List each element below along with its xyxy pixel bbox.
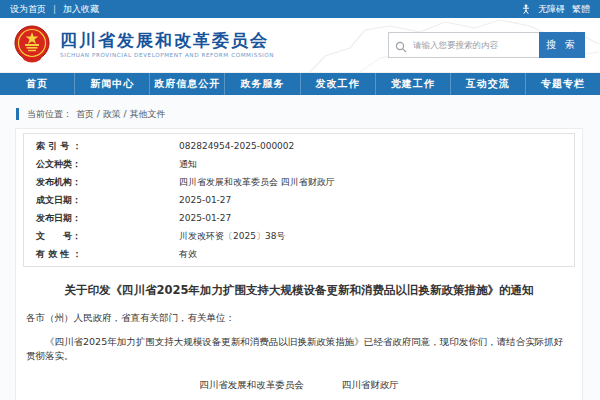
nav-item-special-topics[interactable]: 专题专栏 [526,73,600,95]
top-utility-bar: 设为首页 | 加入收藏 无障碍 繁體 [0,0,600,18]
meta-value: 川发改环资〔2025〕38号 [179,230,285,243]
meta-row-document-type: 公文种类： 通知 [24,155,574,173]
document-meta-table: 索 引 号 ： 082824954-2025-000002 公文种类： 通知 发… [23,133,575,267]
breadcrumb: 当前位置： 首页 / 政策 / 其他文件 [16,107,600,121]
signer-finance-dept: 四川省财政厅 [342,379,399,392]
search-button[interactable]: 搜 索 [539,32,585,58]
main-nav: 首页 新闻中心 政府信息公开 政务服务 发改工作 党建工作 互动交流 专题专栏 [0,73,600,95]
topbar-right: 无障碍 繁體 [521,3,590,16]
site-header: 四川省发展和改革委员会 SICHUAN PROVINCIAL DEVELOPME… [0,18,600,73]
meta-row-validity: 有 效 性 ： 有效 [24,245,574,263]
nav-item-home[interactable]: 首页 [0,73,75,95]
meta-value: 082824954-2025-000002 [179,141,294,151]
breadcrumb-accent-bar [16,108,19,120]
meta-label: 索 引 号 ： [36,140,179,153]
brand: 四川省发展和改革委员会 SICHUAN PROVINCIAL DEVELOPME… [12,24,274,64]
meta-label: 有 效 性 ： [36,248,179,261]
accessibility-link[interactable]: 无障碍 [538,3,565,16]
accessibility-icon [521,4,531,14]
meta-label: 成文日期： [36,194,179,207]
document-title: 关于印发《四川省2025年加力扩围支持大规模设备更新和消费品以旧换新政策措施》的… [40,283,558,297]
meta-label: 发布机构： [36,176,179,189]
topbar-left: 设为首页 | 加入收藏 [10,3,99,16]
search-icon [395,38,407,50]
site-title: 四川省发展和改革委员会 [60,30,274,50]
meta-row-publish-date: 发布日期： 2025-01-27 [24,209,574,227]
document-paragraph: 《四川省2025年加力扩围支持大规模设备更新和消费品以旧换新政策措施》已经省政府… [26,335,568,364]
nav-item-services[interactable]: 政务服务 [225,73,300,95]
nav-item-gov-info[interactable]: 政府信息公开 [150,73,225,95]
signature-row: 四川省发展和改革委员会 四川省财政厅 [16,379,582,392]
site-title-english: SICHUAN PROVINCIAL DEVELOPMENT AND REFOR… [60,52,274,58]
meta-value: 通知 [179,158,197,171]
meta-row-index-number: 索 引 号 ： 082824954-2025-000002 [24,137,574,155]
breadcrumb-path[interactable]: 首页 / 政策 / 其他文件 [76,108,166,121]
document-salutation: 各市（州）人民政府，省直有关部门，有关单位： [26,312,572,325]
nav-item-party-building[interactable]: 党建工作 [376,73,451,95]
topbar-divider: | [53,4,56,14]
meta-value: 2025-01-27 [179,213,231,223]
meta-value: 2025-01-27 [179,195,231,205]
nav-item-ndrc-work[interactable]: 发改工作 [301,73,376,95]
signer-ndrc: 四川省发展和改革委员会 [199,379,304,392]
breadcrumb-prefix: 当前位置： [27,108,72,121]
meta-label: 公文种类： [36,158,179,171]
meta-label: 文 号： [36,230,179,243]
traditional-chinese-link[interactable]: 繁體 [572,3,590,16]
nav-item-news[interactable]: 新闻中心 [75,73,150,95]
meta-label: 发布日期： [36,212,179,225]
meta-value: 四川省发展和改革委员会 四川省财政厅 [179,176,335,189]
search-box [388,32,539,58]
set-home-link[interactable]: 设为首页 [10,3,46,16]
meta-value: 有效 [179,248,197,261]
meta-row-written-date: 成文日期： 2025-01-27 [24,191,574,209]
document-panel: 索 引 号 ： 082824954-2025-000002 公文种类： 通知 发… [15,128,583,400]
add-favorite-link[interactable]: 加入收藏 [63,3,99,16]
national-emblem-logo [12,24,52,64]
nav-item-interaction[interactable]: 互动交流 [451,73,526,95]
meta-row-issuing-agency: 发布机构： 四川省发展和改革委员会 四川省财政厅 [24,173,574,191]
meta-row-document-number: 文 号： 川发改环资〔2025〕38号 [24,227,574,245]
search-area: 搜 索 [388,32,585,58]
brand-text: 四川省发展和改革委员会 SICHUAN PROVINCIAL DEVELOPME… [60,30,274,58]
search-input[interactable] [388,32,539,58]
